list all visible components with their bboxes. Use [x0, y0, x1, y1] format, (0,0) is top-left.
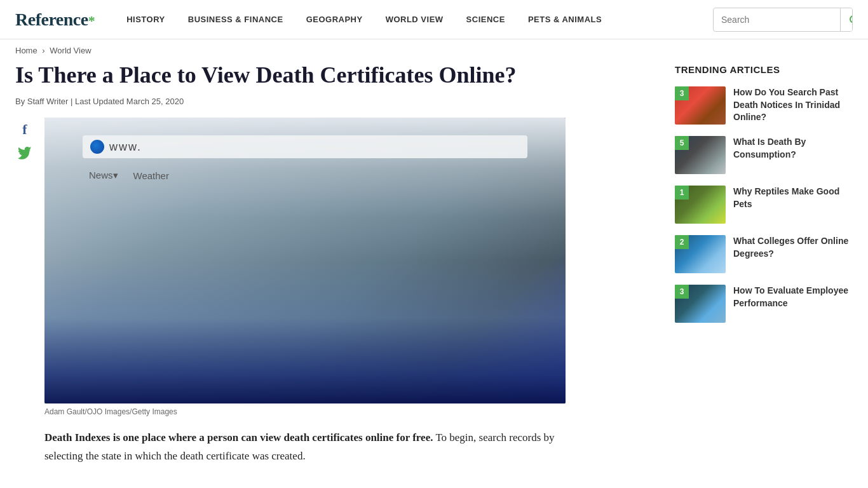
nav-item-business[interactable]: BUSINESS & FINANCE: [177, 0, 295, 39]
browser-bar: www.: [83, 135, 527, 158]
trending-item-4[interactable]: 2What Colleges Offer Online Degrees?: [675, 235, 853, 273]
search-icon: [848, 14, 853, 25]
search-box: [713, 8, 853, 32]
header: Reference* HISTORYBUSINESS & FINANCEGEOG…: [0, 0, 868, 39]
breadcrumb-separator: ›: [42, 46, 44, 55]
trending-title: TRENDING ARTICLES: [675, 64, 853, 75]
trending-text-1: How Do You Search Past Death Notices In …: [733, 86, 853, 124]
trending-item-1[interactable]: 3How Do You Search Past Death Notices In…: [675, 86, 853, 125]
article-title: Is There a Place to View Death Certifica…: [15, 62, 654, 89]
nav-item-history[interactable]: HISTORY: [115, 0, 177, 39]
svg-point-0: [850, 16, 853, 23]
trending-item-2[interactable]: 5What Is Death By Consumption?: [675, 136, 853, 174]
article-image-wrap: www. News▾ Weather Adam Gault/OJO Images…: [44, 118, 654, 416]
breadcrumb: Home › World View: [0, 39, 868, 62]
trending-rank-3: 1: [675, 186, 689, 200]
trending-rank-2: 5: [675, 136, 689, 150]
breadcrumb-current[interactable]: World View: [50, 46, 91, 55]
article-meta: By Staff Writer | Last Updated March 25,…: [15, 97, 654, 106]
sidebar: TRENDING ARTICLES 3How Do You Search Pas…: [675, 62, 853, 466]
nav-item-science[interactable]: SCIENCE: [455, 0, 517, 39]
logo-asterisk: *: [88, 13, 95, 29]
facebook-icon[interactable]: f: [15, 120, 34, 139]
trending-thumb-2: 5: [675, 136, 726, 174]
logo-text: Reference: [15, 10, 88, 29]
article-body: Death Indexes is one place where a perso…: [44, 429, 566, 466]
twitter-icon[interactable]: [15, 144, 34, 163]
trending-text-5: How To Evaluate Employee Performance: [733, 285, 853, 309]
trending-text-2: What Is Death By Consumption?: [733, 136, 853, 161]
site-logo[interactable]: Reference*: [15, 10, 95, 30]
trending-thumb-1: 3: [675, 86, 726, 125]
nav-weather: Weather: [133, 170, 169, 181]
main-nav: HISTORYBUSINESS & FINANCEGEOGRAPHYWORLD …: [115, 0, 713, 39]
article-main-col: www. News▾ Weather Adam Gault/OJO Images…: [44, 118, 654, 466]
trending-list: 3How Do You Search Past Death Notices In…: [675, 86, 853, 323]
trending-thumb-5: 3: [675, 285, 726, 323]
trending-rank-4: 2: [675, 235, 689, 249]
trending-item-5[interactable]: 3How To Evaluate Employee Performance: [675, 285, 853, 323]
nav-item-worldview[interactable]: WORLD VIEW: [374, 0, 455, 39]
browser-nav-bar: News▾ Weather: [64, 166, 546, 185]
search-input[interactable]: [714, 15, 840, 25]
trending-text-3: Why Reptiles Make Good Pets: [733, 186, 853, 210]
article: Is There a Place to View Death Certifica…: [15, 62, 654, 466]
nav-item-pets[interactable]: PETS & ANIMALS: [517, 0, 613, 39]
article-paragraph: Death Indexes is one place where a perso…: [44, 429, 566, 466]
social-icons: f: [15, 120, 34, 163]
article-content-area: f www. News▾: [15, 118, 654, 466]
trending-rank-1: 3: [675, 86, 689, 100]
trending-item-3[interactable]: 1Why Reptiles Make Good Pets: [675, 186, 853, 224]
article-lead-bold: Death Indexes is one place where a perso…: [44, 431, 433, 444]
nav-news: News▾: [89, 170, 118, 181]
search-button[interactable]: [840, 8, 853, 31]
nav-item-geography[interactable]: GEOGRAPHY: [295, 0, 374, 39]
www-text: www.: [109, 140, 142, 154]
trending-thumb-4: 2: [675, 235, 726, 273]
trending-rank-5: 3: [675, 285, 689, 299]
article-image: www. News▾ Weather: [44, 118, 566, 403]
twitter-bird-icon: [18, 147, 32, 161]
breadcrumb-home[interactable]: Home: [15, 46, 37, 55]
main-content: Is There a Place to View Death Certifica…: [0, 62, 868, 488]
image-overlay: [44, 118, 566, 403]
trending-text-4: What Colleges Offer Online Degrees?: [733, 235, 853, 260]
trending-thumb-3: 1: [675, 186, 726, 224]
image-caption: Adam Gault/OJO Images/Getty Images: [44, 407, 654, 416]
globe-icon: [90, 140, 104, 154]
